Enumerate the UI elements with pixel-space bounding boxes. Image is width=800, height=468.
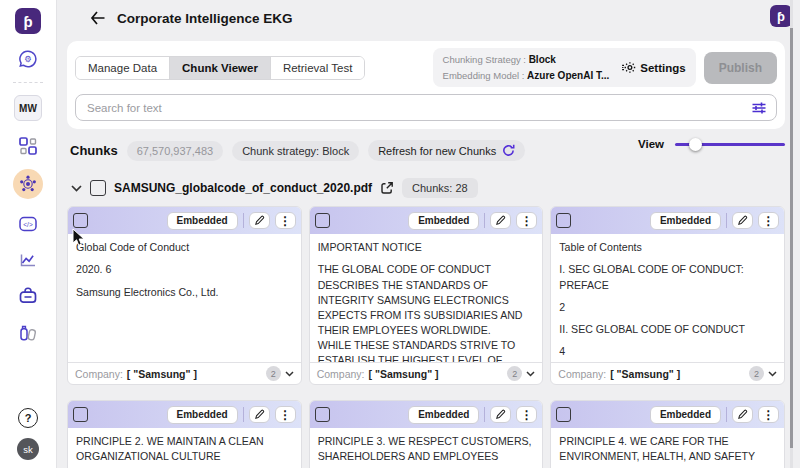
divider [484,213,485,228]
chunk-card-header: Embedded ⋮ [310,207,543,234]
chevron-down-icon[interactable] [526,371,535,377]
chevron-down-icon[interactable] [768,371,777,377]
briefcase-icon[interactable] [17,285,39,307]
chunk-checkbox[interactable] [73,407,88,422]
page-title: Corporate Intelligence EKG [117,11,293,26]
config-values: Chunking Strategy : Block Embedding Mode… [443,52,610,83]
data-bottles-icon[interactable] [17,321,39,343]
svg-text:</>: </> [23,221,33,228]
chunk-card-header: Embedded ⋮ [551,401,784,428]
metadata-value: [ "Samsung" ] [610,368,680,380]
kebab-icon: ⋮ [763,409,775,421]
divider [243,213,244,228]
app-window: ƥ ⚙ MW </> ? sk [0,0,800,468]
edit-chunk-button[interactable] [490,406,511,423]
status-badge: Embedded [167,212,238,230]
file-name: SAMSUNG_globalcode_of_conduct_2020.pdf [114,181,372,195]
main-area: Corporate Intelligence EKG ƥ Manage Data… [57,0,800,468]
chunk-menu-button[interactable]: ⋮ [275,406,296,423]
scrollbar-thumb[interactable] [790,28,793,448]
status-badge: Embedded [650,406,721,424]
user-avatar[interactable]: sk [17,438,39,460]
settings-button[interactable]: Settings [621,60,685,75]
metadata-count-badge: 2 [507,366,522,381]
settings-label: Settings [640,62,685,74]
chunks-title: Chunks [70,143,118,158]
knowledge-graph-icon-active[interactable] [13,169,43,199]
embedding-model-value: Azure OpenAI T... [527,70,609,81]
chunk-text: Table of ContentsI. SEC GLOBAL CODE OF C… [551,234,784,362]
chunk-checkbox[interactable] [315,407,330,422]
chunking-strategy-label: Chunking Strategy : [443,54,526,65]
topbar: Corporate Intelligence EKG [67,0,785,36]
search-input[interactable] [85,101,743,115]
chunk-card: Embedded ⋮ IMPORTANT NOTICETHE GLOBAL CO… [309,206,544,385]
publish-button[interactable]: Publish [704,52,777,84]
chunk-metadata[interactable]: Company: [ "Samsung" ] 2 [551,362,784,384]
chunk-card: Embedded ⋮ PRINCIPLE 3. WE RESPECT CUSTO… [309,400,544,468]
svg-text:⚙: ⚙ [24,54,32,64]
edit-chunk-button[interactable] [732,406,753,423]
sidebar: ƥ ⚙ MW </> ? sk [0,0,57,468]
tab-manage-data[interactable]: Manage Data [76,57,170,79]
chunk-menu-button[interactable]: ⋮ [758,212,779,229]
chunk-menu-button[interactable]: ⋮ [516,406,537,423]
chunk-checkbox[interactable] [556,407,571,422]
help-icon[interactable]: ? [18,408,38,428]
view-slider[interactable] [675,143,785,146]
metadata-key: Company: [317,368,365,380]
file-checkbox[interactable] [90,180,106,196]
chunk-text: PRINCIPLE 2. WE MAINTAIN A CLEAN ORGANIZ… [68,428,301,468]
chunk-card: Embedded ⋮ PRINCIPLE 2. WE MAINTAIN A CL… [67,400,302,468]
blocks-icon[interactable] [17,135,39,157]
kebab-icon: ⋮ [763,215,775,227]
edit-chunk-button[interactable] [732,212,753,229]
chunk-menu-button[interactable]: ⋮ [516,212,537,229]
analytics-chart-icon[interactable] [17,249,39,271]
chunks-count-badge: 67,570,937,483 [127,141,223,161]
workspace-chip[interactable]: MW [14,95,42,121]
refresh-label: Refresh for new Chunks [378,145,496,157]
sidebar-divider [13,82,43,83]
chunk-checkbox[interactable] [315,213,330,228]
chunk-metadata[interactable]: Company: [ "Samsung" ] 2 [68,362,301,384]
chunk-metadata[interactable]: Company: [ "Samsung" ] 2 [310,362,543,384]
chunk-card-header: Embedded ⋮ [68,207,301,234]
refresh-chunks-button[interactable]: Refresh for new Chunks [368,140,525,161]
tab-chunk-viewer[interactable]: Chunk Viewer [170,57,271,79]
chevron-down-icon[interactable] [71,185,82,192]
chunk-card-header: Embedded ⋮ [551,207,784,234]
tab-retrieval-test[interactable]: Retrieval Test [271,57,364,79]
chunk-checkbox[interactable] [73,213,88,228]
search-bar [75,94,777,121]
kebab-icon: ⋮ [521,409,533,421]
chunk-card: Embedded ⋮ Table of ContentsI. SEC GLOBA… [550,206,785,385]
chunk-card: Embedded ⋮ PRINCIPLE 4. WE CARE FOR THE … [550,400,785,468]
config-cluster: Chunking Strategy : Block Embedding Mode… [433,48,777,87]
open-external-icon[interactable] [380,181,394,195]
edit-chunk-button[interactable] [490,212,511,229]
metadata-count-badge: 2 [749,366,764,381]
config-summary: Chunking Strategy : Block Embedding Mode… [433,48,696,87]
edit-chunk-button[interactable] [249,406,270,423]
chunk-checkbox[interactable] [556,213,571,228]
view-slider-thumb[interactable] [689,138,702,151]
chunk-text: PRINCIPLE 3. WE RESPECT CUSTOMERS, SHARE… [310,428,543,468]
kebab-icon: ⋮ [279,215,291,227]
chunk-text: Global Code of Conduct2020. 6Samsung Ele… [68,234,301,362]
chunk-menu-button[interactable]: ⋮ [275,212,296,229]
status-badge: Embedded [408,212,479,230]
back-arrow-icon[interactable] [90,11,105,25]
chunk-grid: Embedded ⋮ Global Code of Conduct2020. 6… [67,206,785,468]
chevron-down-icon[interactable] [285,371,294,377]
toolbar-panel: Manage Data Chunk Viewer Retrieval Test … [67,41,785,129]
chunk-menu-button[interactable]: ⋮ [758,406,779,423]
brand-logo: ƥ [15,8,41,34]
edit-chunk-button[interactable] [249,212,270,229]
assistant-chat-icon[interactable]: ⚙ [17,48,39,70]
code-tools-icon[interactable]: </> [17,213,39,235]
filter-sliders-icon[interactable] [751,100,767,116]
file-group-row[interactable]: SAMSUNG_globalcode_of_conduct_2020.pdf C… [67,178,785,198]
kebab-icon: ⋮ [521,215,533,227]
file-chunks-badge: Chunks: 28 [402,178,478,198]
